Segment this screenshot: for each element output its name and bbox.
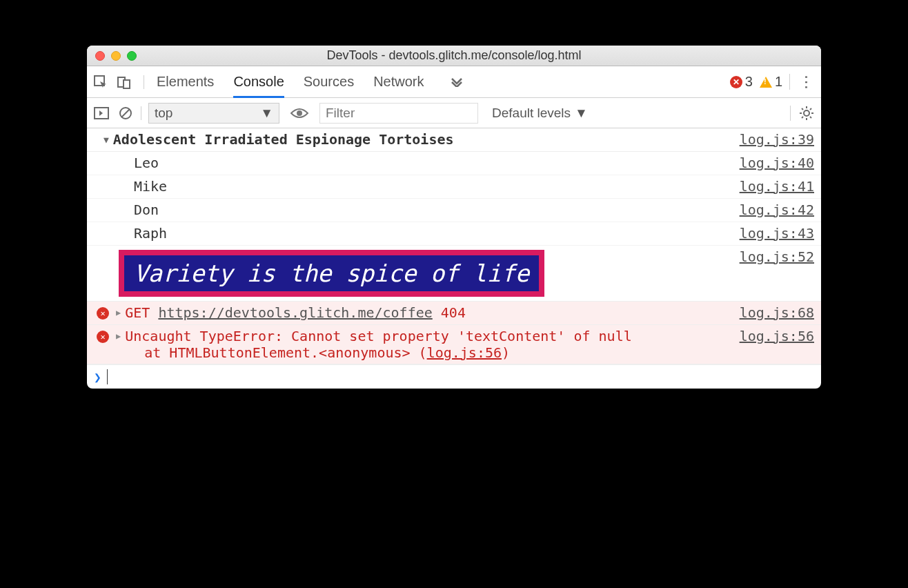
tab-console[interactable]: Console bbox=[233, 74, 284, 98]
tab-network[interactable]: Network bbox=[373, 74, 424, 90]
log-text: Don bbox=[90, 202, 740, 218]
source-link[interactable]: log.js:41 bbox=[740, 178, 814, 195]
svg-line-5 bbox=[121, 109, 130, 117]
window-title: DevTools - devtools.glitch.me/console/lo… bbox=[87, 48, 821, 63]
source-link[interactable]: log.js:68 bbox=[740, 304, 814, 321]
text-cursor bbox=[107, 369, 108, 384]
group-title: Adolescent Irradiated Espionage Tortoise… bbox=[113, 131, 454, 148]
stack-link[interactable]: log.js:56 bbox=[427, 344, 502, 361]
levels-label: Default levels bbox=[492, 106, 571, 121]
source-link[interactable]: log.js:40 bbox=[740, 155, 814, 171]
sidebar-toggle-icon[interactable] bbox=[94, 107, 109, 119]
gear-icon[interactable] bbox=[790, 106, 814, 121]
error-icon: ✕ bbox=[730, 76, 742, 88]
svg-point-7 bbox=[804, 110, 809, 116]
tabbar: Elements Console Sources Network ✕ 3 1 ⋯ bbox=[87, 66, 821, 98]
errors-count: 3 bbox=[745, 74, 753, 90]
http-method: GET bbox=[125, 304, 150, 321]
chevron-down-icon: ▼ bbox=[575, 106, 588, 121]
filter-input[interactable] bbox=[319, 103, 478, 124]
warnings-badge[interactable]: 1 bbox=[760, 74, 782, 90]
http-status: 404 bbox=[441, 304, 466, 321]
console-prompt[interactable]: ❯ bbox=[87, 364, 821, 389]
device-toggle-icon[interactable] bbox=[117, 75, 131, 89]
clear-console-icon[interactable] bbox=[119, 106, 132, 120]
log-levels-select[interactable]: Default levels ▼ bbox=[492, 106, 588, 121]
svg-point-6 bbox=[297, 110, 302, 116]
svg-line-15 bbox=[810, 108, 811, 110]
more-tabs-icon[interactable] bbox=[451, 77, 463, 87]
warnings-count: 1 bbox=[775, 74, 782, 90]
exception-message: Uncaught TypeError: Cannot set property … bbox=[125, 328, 632, 344]
console-group-header[interactable]: ▼ Adolescent Irradiated Espionage Tortoi… bbox=[87, 128, 821, 152]
live-expression-icon[interactable] bbox=[286, 107, 313, 119]
console-body: ▼ Adolescent Irradiated Espionage Tortoi… bbox=[87, 128, 821, 389]
disclosure-triangle-icon[interactable]: ▼ bbox=[103, 135, 109, 145]
expand-caret-icon[interactable]: ▶ bbox=[116, 331, 121, 341]
errors-badge[interactable]: ✕ 3 bbox=[730, 74, 753, 90]
prompt-caret-icon: ❯ bbox=[94, 370, 101, 384]
titlebar: DevTools - devtools.glitch.me/console/lo… bbox=[87, 46, 821, 66]
svg-line-14 bbox=[802, 117, 803, 118]
source-link[interactable]: log.js:56 bbox=[740, 328, 814, 344]
context-select[interactable]: top ▼ bbox=[148, 103, 279, 124]
warning-icon bbox=[760, 77, 772, 88]
kebab-menu-icon[interactable]: ⋯ bbox=[798, 74, 816, 90]
console-styled-row: Variety is the spice of life log.js:52 bbox=[87, 246, 821, 302]
devtools-window: DevTools - devtools.glitch.me/console/lo… bbox=[87, 46, 821, 389]
styled-log-text: Variety is the spice of life bbox=[119, 250, 544, 297]
filterbar: top ▼ Default levels ▼ bbox=[87, 98, 821, 128]
svg-line-12 bbox=[802, 108, 803, 110]
tab-elements[interactable]: Elements bbox=[157, 74, 214, 90]
request-url[interactable]: https://devtools.glitch.me/coffee bbox=[158, 304, 432, 321]
stack-suffix: ) bbox=[502, 344, 510, 361]
stack-prefix: at HTMLButtonElement.<anonymous> ( bbox=[144, 344, 426, 361]
context-value: top bbox=[155, 106, 172, 121]
console-log-row: Don log.js:42 bbox=[87, 199, 821, 222]
source-link[interactable]: log.js:39 bbox=[740, 131, 814, 148]
inspect-icon[interactable] bbox=[94, 75, 108, 89]
console-network-error-row: ✕ ▶ GET https://devtools.glitch.me/coffe… bbox=[87, 302, 821, 325]
error-icon: ✕ bbox=[97, 331, 109, 343]
tab-sources[interactable]: Sources bbox=[304, 74, 354, 90]
console-log-row: Mike log.js:41 bbox=[87, 175, 821, 199]
source-link[interactable]: log.js:43 bbox=[740, 225, 814, 242]
console-exception-row: ✕ ▶ Uncaught TypeError: Cannot set prope… bbox=[87, 325, 821, 364]
svg-rect-2 bbox=[124, 80, 130, 88]
expand-caret-icon[interactable]: ▶ bbox=[116, 308, 121, 317]
console-log-row: Leo log.js:40 bbox=[87, 152, 821, 175]
chevron-down-icon: ▼ bbox=[260, 106, 273, 121]
console-log-row: Raph log.js:43 bbox=[87, 222, 821, 246]
source-link[interactable]: log.js:52 bbox=[740, 248, 814, 265]
log-text: Raph bbox=[90, 225, 740, 242]
svg-line-13 bbox=[810, 117, 811, 118]
error-icon: ✕ bbox=[97, 307, 109, 320]
source-link[interactable]: log.js:42 bbox=[740, 202, 814, 218]
log-text: Mike bbox=[90, 178, 740, 195]
log-text: Leo bbox=[90, 155, 740, 171]
